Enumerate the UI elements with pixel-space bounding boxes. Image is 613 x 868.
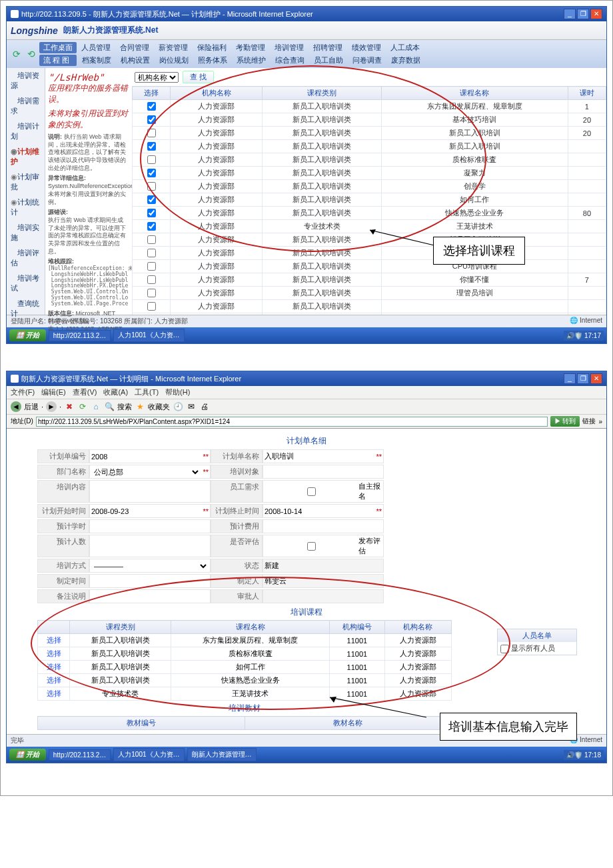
sidebar-item[interactable]: 培训考试 [7, 271, 45, 296]
select-link[interactable]: 选择 [38, 647, 70, 661]
remark-input[interactable] [91, 593, 209, 601]
history-icon[interactable]: 🕘 [173, 401, 183, 412]
row-checkbox[interactable] [147, 209, 156, 217]
sidebar-item[interactable]: ◉计划维护 [7, 144, 45, 169]
menu-item[interactable]: 机构设置 [117, 55, 154, 66]
sidebar-item[interactable]: 培训资源 [7, 68, 45, 93]
row-checkbox[interactable] [147, 102, 156, 111]
menu-item[interactable]: 工作桌面 [39, 42, 77, 53]
start-button[interactable]: 🪟 开始 [9, 749, 46, 761]
menu-item[interactable]: 照务体系 [194, 55, 231, 66]
cost-input[interactable] [265, 523, 382, 531]
hours-input[interactable] [91, 523, 209, 531]
taskbar-item[interactable]: 朗新人力资源管理… [187, 748, 257, 761]
stop-icon[interactable]: ✖ [64, 401, 75, 412]
row-checkbox[interactable] [147, 182, 156, 191]
plan-no-input[interactable] [91, 453, 201, 461]
row-checkbox[interactable] [147, 302, 156, 311]
mode-select[interactable]: ———— [91, 561, 209, 571]
dept-select[interactable]: 公司总部 [91, 467, 201, 477]
mail-icon[interactable]: ✉ [186, 401, 197, 412]
ie-menu-item[interactable]: 查看(V) [73, 387, 97, 397]
taskbar-item[interactable]: http://202.113.2… [49, 749, 111, 761]
menu-item[interactable]: 岗位规划 [155, 55, 193, 66]
menu-item[interactable]: 绩效管理 [348, 41, 386, 54]
address-input[interactable] [36, 417, 548, 427]
forward-icon[interactable]: ► [46, 401, 57, 412]
menu-item[interactable]: 人工成本 [386, 41, 425, 54]
taskbar-item[interactable]: 人力1001《人力资… [113, 329, 184, 342]
row-checkbox[interactable] [147, 222, 156, 231]
menu-item[interactable]: 合同管理 [116, 41, 155, 54]
staff-need-checkbox[interactable] [265, 487, 358, 496]
taskbar-item[interactable]: 人力1001《人力资… [113, 748, 184, 761]
row-checkbox[interactable] [147, 129, 156, 137]
maximize-button[interactable]: ❐ [577, 9, 589, 19]
menu-item[interactable]: 考勤管理 [232, 41, 271, 54]
favorites-icon[interactable]: ★ [135, 401, 145, 412]
sidebar-item[interactable]: 培训计划 [7, 119, 45, 144]
taskbar-item[interactable]: http://202.113.2… [49, 330, 111, 341]
go-button[interactable]: ▶ 转到 [550, 416, 580, 427]
menu-item[interactable]: 综合查询 [271, 55, 308, 66]
row-checkbox[interactable] [147, 235, 156, 244]
search-label[interactable]: 搜索 [117, 402, 132, 412]
ie-menu-item[interactable]: 文件(F) [11, 387, 35, 397]
menu-item[interactable]: 废弃数据 [387, 55, 424, 66]
print-icon[interactable]: 🖨 [199, 401, 210, 412]
eval-checkbox[interactable] [265, 542, 358, 551]
content-input[interactable] [91, 487, 209, 495]
people-input[interactable] [91, 542, 209, 550]
menu-item[interactable]: 招聘管理 [309, 41, 348, 54]
forward-icon[interactable]: ⟲ [24, 41, 39, 67]
sidebar-item[interactable]: 培训需求 [7, 93, 45, 119]
ie-menu-item[interactable]: 编辑(E) [41, 387, 66, 397]
row-checkbox[interactable] [147, 275, 156, 284]
org-dropdown[interactable]: 机构名称 [135, 72, 179, 83]
sidebar-item[interactable]: ◉计划统计 [7, 195, 45, 220]
menu-item[interactable]: 薪资管理 [155, 41, 193, 54]
maximize-button[interactable]: ❐ [577, 373, 589, 384]
maketime-input[interactable] [91, 577, 209, 585]
back-icon[interactable]: ◄ [11, 401, 21, 412]
end-input[interactable] [265, 507, 374, 515]
row-checkbox[interactable] [147, 115, 156, 124]
home-icon[interactable]: ⌂ [91, 401, 101, 412]
row-checkbox[interactable] [147, 155, 156, 164]
menu-item[interactable]: 培训管理 [271, 41, 309, 54]
sidebar-item[interactable]: 培训评估 [7, 245, 45, 271]
select-link[interactable]: 选择 [38, 661, 70, 674]
target-input[interactable] [265, 468, 382, 476]
select-link[interactable]: 选择 [38, 687, 70, 701]
menu-item[interactable]: 流 程 图 [39, 55, 77, 66]
menu-item[interactable]: 档案制度 [78, 55, 115, 66]
row-checkbox[interactable] [147, 289, 156, 297]
favorites-label[interactable]: 收藏夹 [148, 402, 170, 412]
row-checkbox[interactable] [147, 142, 156, 151]
menu-item[interactable]: 保险福利 [193, 41, 232, 54]
links-label[interactable]: 链接 [582, 417, 596, 426]
back-icon[interactable]: ⟳ [9, 41, 24, 67]
refresh-icon[interactable]: ⟳ [77, 401, 88, 412]
close-button[interactable]: ✕ [590, 373, 602, 384]
select-link[interactable]: 选择 [38, 634, 70, 647]
ie-menu-item[interactable]: 工具(T) [135, 387, 159, 397]
row-checkbox[interactable] [147, 249, 156, 257]
ie-menu-item[interactable]: 收藏(A) [103, 387, 128, 397]
close-button[interactable]: ✕ [590, 9, 602, 19]
search-icon[interactable]: 🔍 [104, 401, 115, 412]
show-all-checkbox[interactable] [500, 645, 509, 653]
ie-menu-item[interactable]: 帮助(H) [165, 387, 190, 397]
start-button[interactable]: 🪟 开始 [9, 329, 46, 341]
menu-item[interactable]: 员工自助 [310, 55, 347, 66]
row-checkbox[interactable] [147, 195, 156, 204]
query-button[interactable]: 查 找 [183, 71, 214, 83]
menu-item[interactable]: 问卷调查 [348, 55, 386, 66]
row-checkbox[interactable] [147, 169, 156, 177]
plan-name-input[interactable] [265, 453, 374, 461]
sidebar-item[interactable]: 培训实施 [7, 220, 45, 245]
sidebar-item[interactable]: ◉计划审批 [7, 169, 45, 195]
back-label[interactable]: 后退 [24, 402, 39, 412]
menu-item[interactable]: 人员管理 [77, 41, 116, 54]
row-checkbox[interactable] [147, 262, 156, 271]
